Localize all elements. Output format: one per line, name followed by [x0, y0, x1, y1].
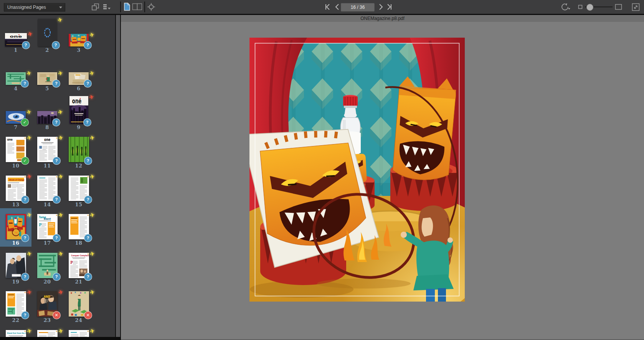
rotate-page-icon[interactable]: [561, 3, 571, 11]
page-thumbnail-18[interactable]: ✈?18: [63, 208, 94, 247]
page-number-label: 22: [12, 317, 19, 323]
page-thumb-image[interactable]: one✈?: [5, 33, 27, 46]
next-page-icon[interactable]: [377, 3, 385, 11]
page-thumb-image[interactable]: ✈?: [69, 34, 89, 46]
page-thumb-image[interactable]: ✈?: [69, 214, 89, 239]
page-thumbnail-17[interactable]: TameBeastP✈?17: [31, 208, 63, 247]
previous-page-icon[interactable]: [334, 3, 341, 11]
question-badge-icon: ?: [52, 118, 60, 126]
page-thumbnail-13[interactable]: Winds of Change✈?13: [0, 169, 31, 208]
page-thumb-image[interactable]: ✈?: [6, 253, 26, 278]
page-thumb-image[interactable]: Winds of Change✈?: [6, 176, 26, 201]
page-thumb-image[interactable]: ✈✓: [6, 111, 26, 124]
page-thumb-image[interactable]: ✈?: [37, 253, 58, 278]
page-thumb-image[interactable]: ✈?: [37, 176, 58, 201]
page-preview-image: [249, 38, 465, 302]
page-thumb-image[interactable]: Stand Out from the CrowdT✈: [6, 330, 26, 337]
question-badge-icon: ?: [84, 273, 92, 281]
first-page-icon[interactable]: [324, 3, 331, 11]
page-number-label: 6: [77, 86, 81, 92]
page-thumbnail-19[interactable]: ✈?19: [0, 247, 31, 285]
page-thumbnail-25[interactable]: Stand Out from the CrowdT✈25: [0, 324, 31, 337]
page-number-input[interactable]: 16 / 36: [341, 3, 375, 12]
page-thumbnail-3[interactable]: ✈?3: [63, 15, 94, 54]
page-thumb-image[interactable]: one✈?: [37, 137, 58, 162]
pages-scrollbar[interactable]: [116, 15, 121, 337]
page-thumb-image[interactable]: ✈?: [38, 19, 57, 46]
page-grid: one✈?1✈?2✈?3✈?4✈?5✈?6✈✓7✈?8one✈?9one✈✓10…: [0, 15, 115, 337]
page-thumb-image[interactable]: ✈?: [37, 111, 57, 124]
question-badge-icon: ?: [53, 157, 61, 165]
single-page-view-icon[interactable]: [124, 3, 130, 11]
document-title-bar: ONEMagazine.p8.pdf: [121, 15, 644, 22]
question-badge-icon: ?: [84, 157, 92, 165]
page-thumb-image[interactable]: ✈?: [69, 72, 89, 85]
zoom-slider-thumb[interactable]: [586, 4, 593, 11]
yellow-airplane-icon: ✈: [89, 250, 96, 258]
page-thumbnail-2[interactable]: ✈?2: [31, 15, 63, 54]
center-crosshair-icon[interactable]: [147, 3, 155, 11]
page-thumbnail-26[interactable]: ✈26: [31, 324, 63, 337]
question-badge-icon: ?: [53, 234, 61, 242]
page-thumb-image[interactable]: ✈: [69, 330, 89, 337]
page-thumbnail-6[interactable]: ✈?6: [63, 54, 94, 93]
page-thumb-image[interactable]: ✈?: [37, 72, 57, 85]
page-thumbnail-23[interactable]: AND✈✕23: [31, 285, 63, 324]
page-thumb-image[interactable]: ✈?: [6, 214, 26, 239]
svg-text:P: P: [70, 260, 73, 265]
page-thumbnail-7[interactable]: ✈✓7: [0, 92, 31, 131]
page-thumbnail-16[interactable]: ✈?16: [0, 208, 31, 247]
page-thumb-image[interactable]: ✈?: [69, 176, 89, 201]
page-thumb-image[interactable]: one✈?: [69, 96, 88, 124]
document-title: ONEMagazine.p8.pdf: [360, 16, 405, 21]
yellow-airplane-icon: ✈: [89, 211, 96, 219]
page-thumb-image[interactable]: ✈?: [6, 291, 26, 317]
page-thumbnail-11[interactable]: one✈?11: [31, 131, 63, 170]
page-thumb-image[interactable]: AND✈✕: [37, 291, 58, 317]
page-thumbnail-20[interactable]: ✈?20: [31, 247, 63, 285]
pages-filter-dropdown[interactable]: Unassigned Pages: [4, 3, 65, 12]
zoom-out-icon[interactable]: [578, 5, 583, 9]
page-thumb-image[interactable]: ✈: [37, 330, 58, 337]
fit-page-icon[interactable]: [615, 4, 623, 10]
page-thumbnail-14[interactable]: ✈?14: [31, 169, 63, 208]
page-thumbnail-4[interactable]: ✈?4: [0, 54, 31, 93]
page-thumbnail-8[interactable]: ✈?8: [31, 92, 63, 131]
page-number-label: 4: [14, 86, 18, 92]
page-number-label: 14: [43, 202, 51, 208]
page-thumb-image[interactable]: Conquer ComplexityP✈?: [69, 253, 89, 278]
page-thumbnail-9[interactable]: one✈?9: [63, 92, 94, 131]
page-thumbnail-22[interactable]: ✈?22: [0, 285, 31, 324]
question-badge-icon: ?: [22, 41, 30, 49]
page-thumbnail-12[interactable]: ✈?12: [63, 131, 94, 170]
page-thumb-image[interactable]: TameBeastP✈?: [37, 214, 58, 239]
question-badge-icon: ?: [84, 80, 92, 88]
page-thumb-image[interactable]: ✈?: [69, 137, 89, 162]
page-number-label: 9: [77, 124, 81, 131]
page-number-label: 1: [14, 47, 18, 53]
page-thumbnail-10[interactable]: one✈✓10: [0, 131, 31, 170]
page-thumb-image[interactable]: ✈✕: [69, 291, 89, 317]
page-number-label: 10: [12, 163, 19, 169]
toolbar-divider: [120, 2, 121, 12]
page-thumbnail-27[interactable]: ✈27: [63, 324, 94, 337]
spread-view-icon[interactable]: [132, 3, 143, 11]
list-view-menu-icon[interactable]: [102, 3, 111, 10]
page-thumbnail-24[interactable]: ✈✕24: [63, 285, 94, 324]
yellow-airplane-icon: ✈: [89, 327, 96, 335]
yellow-airplane-icon: ✈: [89, 172, 96, 181]
page-number-label: 18: [75, 240, 82, 246]
page-thumb-image[interactable]: one✈✓: [6, 137, 26, 162]
last-page-icon[interactable]: [386, 3, 393, 11]
svg-text:Stand Out from the Crowd: Stand Out from the Crowd: [7, 332, 26, 334]
yellow-airplane-icon: ✈: [89, 289, 96, 297]
svg-text:Beast: Beast: [43, 217, 51, 221]
page-thumbnail-21[interactable]: Conquer ComplexityP✈?21: [63, 247, 94, 285]
page-thumbnail-1[interactable]: one✈?1: [0, 15, 31, 54]
page-thumbnail-15[interactable]: ✈?15: [63, 169, 94, 208]
page-thumbnail-5[interactable]: ✈?5: [31, 54, 63, 93]
question-badge-icon: ?: [84, 196, 92, 204]
page-thumb-image[interactable]: ✈?: [6, 72, 26, 85]
fullscreen-expand-icon[interactable]: [632, 3, 640, 12]
thumbnail-size-icon[interactable]: [91, 3, 100, 10]
